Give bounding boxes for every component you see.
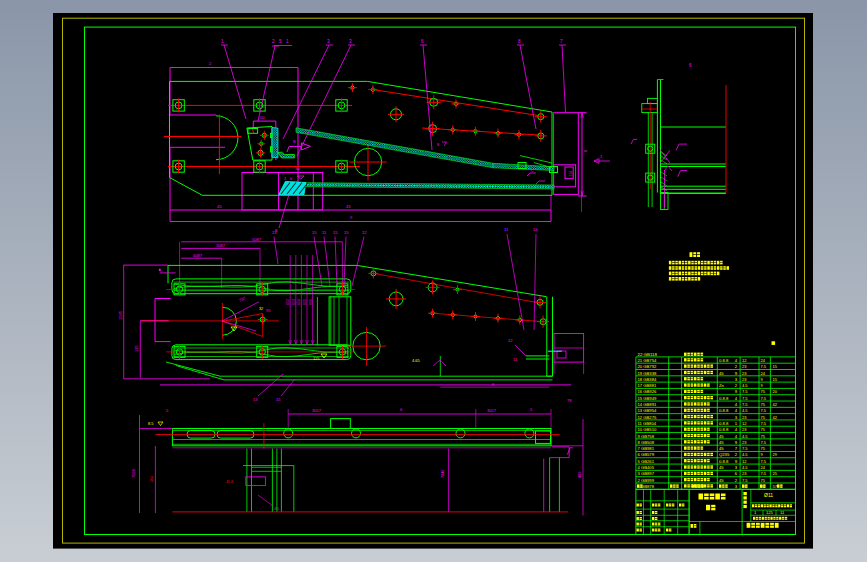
svg-text:24: 24 [761,465,766,470]
svg-text:4087: 4087 [193,253,203,258]
svg-text:11 GB804: 11 GB804 [638,421,657,426]
svg-text:43: 43 [346,204,351,209]
svg-text:4.5: 4.5 [742,465,748,470]
svg-text:75: 75 [761,427,766,432]
svg-text:23: 23 [742,364,747,369]
svg-text:7000: 7000 [131,468,136,478]
svg-text:12: 12 [742,358,747,363]
svg-text:95: 95 [266,308,271,313]
svg-text:23: 23 [742,415,747,420]
svg-text:114: 114 [569,171,573,176]
svg-text:18 GB384: 18 GB384 [638,377,658,382]
svg-text:13: 13 [272,230,277,235]
svg-text:B: B [293,139,296,144]
svg-text:45.8: 45.8 [226,480,233,484]
svg-text:45: 45 [719,440,724,445]
svg-text:45: 45 [719,371,724,376]
svg-text:25: 25 [773,471,778,476]
svg-text:4.5: 4.5 [742,408,748,413]
svg-text:15: 15 [773,364,778,369]
svg-text:7.5: 7.5 [761,408,767,413]
svg-text:15: 15 [773,377,778,382]
svg-text:9 GB758: 9 GB758 [638,434,655,439]
svg-text:0.8.8: 0.8.8 [719,396,729,401]
svg-text:75: 75 [761,478,766,483]
svg-text:7.5: 7.5 [742,389,748,394]
svg-text:1545: 1545 [118,310,123,320]
svg-text:4.65: 4.65 [412,358,421,363]
svg-text:75: 75 [761,434,766,439]
svg-text:2 GB999: 2 GB999 [638,478,655,483]
svg-text:0.8.8: 0.8.8 [719,459,729,464]
svg-text:45: 45 [719,446,724,451]
svg-text:15 GB949: 15 GB949 [638,396,658,401]
svg-text:8.5: 8.5 [148,422,153,426]
svg-text:23: 23 [742,440,747,445]
svg-text:0.8.8: 0.8.8 [719,358,729,363]
svg-text:7046: 7046 [441,470,445,478]
svg-text:15: 15 [333,230,338,235]
svg-text:12 GB275: 12 GB275 [638,415,658,420]
svg-text:45: 45 [217,204,222,209]
svg-text:4.5: 4.5 [742,452,748,457]
svg-text:0.8.8: 0.8.8 [719,421,729,426]
svg-text:45: 45 [719,478,724,483]
svg-text:15: 15 [312,230,317,235]
svg-text:154: 154 [297,299,301,305]
svg-text:7.5: 7.5 [761,471,767,476]
svg-text:6 GB579: 6 GB579 [638,452,655,457]
svg-text:3017: 3017 [487,408,497,413]
svg-text:75: 75 [761,389,766,394]
svg-text:20: 20 [773,389,778,394]
svg-text:1 GB878: 1 GB878 [638,484,655,489]
svg-text:7 GB981: 7 GB981 [638,446,655,451]
svg-text:7.5: 7.5 [742,478,748,483]
svg-text:20 GB792: 20 GB792 [638,364,658,369]
svg-text:10 GB510: 10 GB510 [638,427,658,432]
svg-text:22 GB118: 22 GB118 [638,352,658,357]
svg-text:7.5: 7.5 [761,421,767,426]
svg-text:75: 75 [761,402,766,407]
svg-text:8 GB508: 8 GB508 [638,440,655,445]
svg-text:42: 42 [773,415,778,420]
svg-text:75: 75 [761,415,766,420]
svg-text:57: 57 [773,484,778,489]
svg-text:16 GB926: 16 GB926 [638,389,658,394]
svg-text:4 GB405: 4 GB405 [638,465,655,470]
svg-text:21 GB754: 21 GB754 [638,358,658,363]
svg-text:50: 50 [260,115,265,120]
svg-text:24: 24 [761,358,766,363]
svg-text:13: 13 [253,397,258,402]
svg-text:125: 125 [134,345,139,352]
svg-text:0.8.8: 0.8.8 [719,427,729,432]
svg-text:75: 75 [761,446,766,451]
svg-text:5087: 5087 [252,237,262,242]
svg-text:17 GB881: 17 GB881 [638,383,658,388]
svg-text:125: 125 [766,510,773,515]
svg-text:4.5: 4.5 [274,507,279,511]
svg-text:23: 23 [742,377,747,382]
svg-text:3 GB897: 3 GB897 [638,471,655,476]
svg-text:14 GB891: 14 GB891 [638,402,658,407]
svg-text:7.5: 7.5 [761,396,767,401]
svg-text:45: 45 [719,465,724,470]
svg-text:480: 480 [578,472,582,478]
svg-text:7.5: 7.5 [742,446,748,451]
svg-text:7.5: 7.5 [761,364,767,369]
svg-text:Ø11: Ø11 [764,492,773,498]
svg-text:3087: 3087 [216,243,226,248]
svg-text:7.5: 7.5 [761,440,767,445]
svg-text:7.5: 7.5 [761,459,767,464]
svg-text:7.5: 7.5 [742,396,748,401]
svg-text:42: 42 [773,402,778,407]
svg-text:19 GB338: 19 GB338 [638,371,658,376]
svg-text:4.5: 4.5 [742,383,748,388]
svg-text:12: 12 [742,421,747,426]
svg-text:45: 45 [719,434,724,439]
svg-text:14: 14 [533,227,538,232]
svg-text:Zn: Zn [719,383,725,388]
svg-text:24: 24 [761,371,766,376]
svg-text:78: 78 [567,398,572,403]
svg-text:152: 152 [286,299,290,305]
svg-text:13 GB954: 13 GB954 [638,408,658,413]
